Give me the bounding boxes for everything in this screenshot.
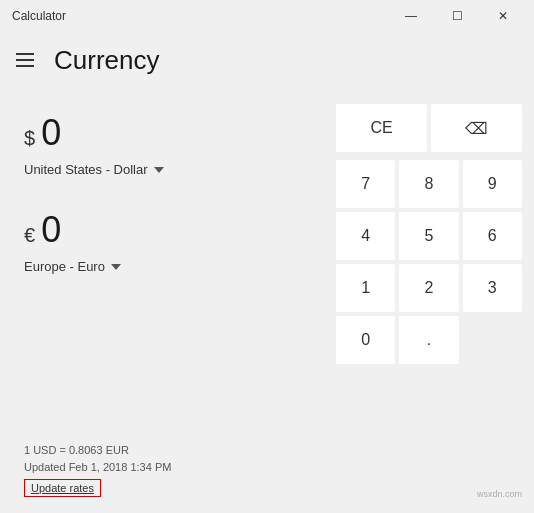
- key-5-button[interactable]: 5: [399, 212, 458, 260]
- to-currency-value: 0: [41, 209, 61, 251]
- to-currency-block: € 0 Europe - Euro: [24, 209, 300, 274]
- key-2-button[interactable]: 2: [399, 264, 458, 312]
- maximize-button[interactable]: ☐: [434, 0, 480, 32]
- key-3-button[interactable]: 3: [463, 264, 522, 312]
- key-1-button[interactable]: 1: [336, 264, 395, 312]
- ce-button[interactable]: CE: [336, 104, 427, 152]
- calculator-window: Calculator — ☐ ✕ Currency $ 0 United: [0, 0, 534, 513]
- app-title: Calculator: [12, 9, 66, 23]
- from-currency-chevron-down-icon: [154, 167, 164, 173]
- page-title: Currency: [54, 45, 159, 76]
- from-currency-name: United States - Dollar: [24, 162, 148, 177]
- exchange-rate: 1 USD = 0.8063 EUR Updated Feb 1, 2018 1…: [24, 442, 300, 475]
- key-7-button[interactable]: 7: [336, 160, 395, 208]
- to-currency-display: € 0: [24, 209, 300, 251]
- exchange-info: 1 USD = 0.8063 EUR Updated Feb 1, 2018 1…: [24, 434, 300, 497]
- rate-line2: Updated Feb 1, 2018 1:34 PM: [24, 459, 300, 476]
- from-currency-display: $ 0: [24, 112, 300, 154]
- key-4-button[interactable]: 4: [336, 212, 395, 260]
- key-decimal-button[interactable]: .: [399, 316, 458, 364]
- from-currency-block: $ 0 United States - Dollar: [24, 112, 300, 177]
- title-bar: Calculator — ☐ ✕: [0, 0, 534, 32]
- to-currency-name: Europe - Euro: [24, 259, 105, 274]
- key-9-button[interactable]: 9: [463, 160, 522, 208]
- rate-line1: 1 USD = 0.8063 EUR: [24, 442, 300, 459]
- window-controls: — ☐ ✕: [388, 0, 526, 32]
- key-0-button[interactable]: 0: [336, 316, 395, 364]
- minimize-button[interactable]: —: [388, 0, 434, 32]
- close-button[interactable]: ✕: [480, 0, 526, 32]
- key-8-button[interactable]: 8: [399, 160, 458, 208]
- key-6-button[interactable]: 6: [463, 212, 522, 260]
- left-panel: $ 0 United States - Dollar € 0 Europe - …: [0, 96, 324, 513]
- backspace-button[interactable]: ⌫: [431, 104, 522, 152]
- to-currency-chevron-down-icon: [111, 264, 121, 270]
- main-content: $ 0 United States - Dollar € 0 Europe - …: [0, 88, 534, 513]
- watermark: wsxdn.com: [477, 489, 522, 499]
- from-currency-selector[interactable]: United States - Dollar: [24, 162, 300, 177]
- hamburger-menu-icon[interactable]: [16, 53, 34, 67]
- header: Currency: [0, 32, 534, 88]
- to-currency-selector[interactable]: Europe - Euro: [24, 259, 300, 274]
- from-currency-symbol: $: [24, 127, 35, 150]
- number-grid: 7 8 9 4 5 6 1 2 3 0 .: [336, 160, 522, 364]
- keypad: CE ⌫ 7 8 9 4 5 6 1 2 3 0 .: [324, 96, 534, 513]
- backspace-icon: ⌫: [465, 119, 488, 138]
- update-rates-button[interactable]: Update rates: [24, 479, 101, 497]
- to-currency-symbol: €: [24, 224, 35, 247]
- top-buttons-row: CE ⌫: [336, 104, 522, 152]
- from-currency-value: 0: [41, 112, 61, 154]
